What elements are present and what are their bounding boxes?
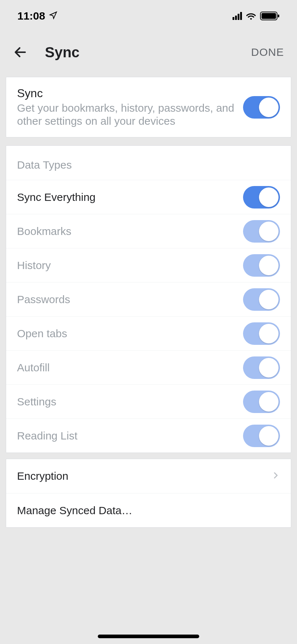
- reading-list-toggle[interactable]: [243, 425, 280, 447]
- chevron-right-icon: [271, 471, 280, 481]
- page-header: Sync DONE: [0, 32, 297, 73]
- settings-label: Settings: [17, 396, 56, 408]
- open-tabs-label: Open tabs: [17, 327, 67, 340]
- passwords-toggle[interactable]: [243, 288, 280, 311]
- data-types-card: Data Types Sync Everything Bookmarks His…: [6, 145, 291, 453]
- autofill-toggle[interactable]: [243, 356, 280, 379]
- open-tabs-row: Open tabs: [6, 316, 291, 350]
- status-left: 11:08: [17, 10, 58, 22]
- sync-master-row: Sync Get your bookmarks, history, passwo…: [6, 77, 291, 137]
- encryption-row[interactable]: Encryption: [6, 459, 291, 493]
- status-bar: 11:08: [0, 0, 297, 32]
- bottom-card: Encryption Manage Synced Data…: [6, 459, 291, 528]
- sync-master-toggle[interactable]: [243, 96, 280, 119]
- sync-master-title: Sync: [17, 87, 236, 100]
- data-types-header: Data Types: [6, 146, 291, 180]
- history-label: History: [17, 259, 51, 272]
- reading-list-label: Reading List: [17, 430, 78, 442]
- reading-list-row: Reading List: [6, 418, 291, 453]
- sync-master-card: Sync Get your bookmarks, history, passwo…: [6, 77, 291, 137]
- status-time: 11:08: [17, 10, 45, 22]
- svg-rect-1: [262, 13, 276, 19]
- manage-synced-data-label: Manage Synced Data…: [17, 504, 133, 517]
- bookmarks-label: Bookmarks: [17, 225, 71, 238]
- arrow-left-icon: [13, 45, 28, 59]
- manage-synced-data-row[interactable]: Manage Synced Data…: [6, 493, 291, 527]
- page-title: Sync: [45, 44, 234, 61]
- settings-row: Settings: [6, 384, 291, 418]
- autofill-row: Autofill: [6, 350, 291, 384]
- sync-everything-toggle[interactable]: [243, 186, 280, 209]
- bookmarks-toggle[interactable]: [243, 220, 280, 243]
- back-button[interactable]: [13, 45, 28, 59]
- history-row: History: [6, 248, 291, 282]
- settings-toggle[interactable]: [243, 391, 280, 413]
- open-tabs-toggle[interactable]: [243, 322, 280, 345]
- status-right: [233, 12, 280, 20]
- passwords-row: Passwords: [6, 282, 291, 316]
- sync-master-description: Get your bookmarks, history, passwords, …: [17, 102, 236, 128]
- encryption-label: Encryption: [17, 470, 68, 482]
- done-button[interactable]: DONE: [251, 46, 284, 58]
- history-toggle[interactable]: [243, 254, 280, 277]
- home-indicator[interactable]: [98, 635, 199, 638]
- svg-rect-2: [278, 15, 279, 17]
- sync-master-text: Sync Get your bookmarks, history, passwo…: [17, 87, 236, 128]
- bookmarks-row: Bookmarks: [6, 214, 291, 248]
- autofill-label: Autofill: [17, 362, 50, 374]
- wifi-icon: [246, 12, 256, 20]
- location-icon: [49, 10, 58, 22]
- battery-icon: [260, 12, 280, 20]
- passwords-label: Passwords: [17, 293, 70, 306]
- sync-everything-row: Sync Everything: [6, 180, 291, 214]
- cellular-signal-icon: [233, 12, 242, 20]
- sync-everything-label: Sync Everything: [17, 191, 96, 203]
